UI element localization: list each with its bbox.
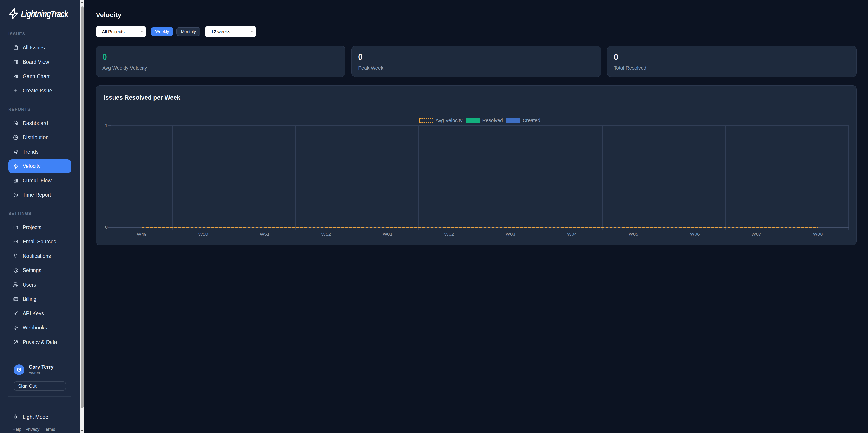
sun-icon [13, 414, 18, 420]
folder-icon [13, 225, 18, 230]
gridline [664, 126, 664, 230]
gridline [234, 126, 234, 230]
legend-item-avg-velocity[interactable]: Avg Velocity [419, 118, 463, 123]
stat-label: Avg Weekly Velocity [102, 65, 339, 71]
credit-card-icon [13, 297, 18, 302]
sidebar-item-label: Settings [23, 267, 41, 274]
sidebar-scrollbar[interactable] [80, 0, 84, 433]
gridline [295, 126, 296, 230]
sidebar-item-label: All Issues [23, 44, 45, 51]
gridline [111, 126, 111, 230]
gridline [725, 126, 726, 230]
stat-card-total-resolved: 0 Total Resolved [607, 46, 857, 77]
scrollbar-thumb[interactable] [81, 6, 84, 408]
sidebar-item-label: Users [23, 282, 36, 288]
sidebar-item-cumul-flow[interactable]: Cumul. Flow [8, 174, 71, 187]
x-tick-label: W08 [787, 231, 848, 237]
project-select[interactable]: All Projects [96, 26, 146, 37]
page-title: Velocity [96, 10, 857, 20]
stat-label: Peak Week [358, 65, 594, 71]
section-label-issues: ISSUES [8, 31, 76, 37]
stat-label: Total Resolved [614, 65, 850, 71]
section-label-reports: REPORTS [8, 107, 76, 112]
filter-controls: All Projects Weekly Monthly 12 weeks [96, 26, 857, 37]
chevron-down-icon [141, 30, 144, 34]
sidebar-item-label: Velocity [23, 163, 40, 169]
clipboard-icon [13, 45, 18, 50]
chart-column-icon [13, 74, 18, 79]
chart-column-icon [13, 178, 18, 183]
clock-icon [13, 192, 18, 197]
sidebar-item-label: Webhooks [23, 324, 47, 331]
shield-check-icon [13, 339, 18, 345]
sidebar-item-label: API Keys [23, 310, 44, 317]
terms-link[interactable]: Terms [43, 427, 55, 432]
sidebar-item-label: Billing [23, 296, 36, 302]
x-tick-label: W01 [357, 231, 418, 237]
project-select-value: All Projects [96, 29, 125, 34]
sidebar-item-email-sources[interactable]: Email Sources [8, 235, 71, 249]
sidebar-item-label: Time Report [23, 192, 51, 198]
sidebar-item-dashboard[interactable]: Dashboard [8, 116, 71, 130]
monthly-button[interactable]: Monthly [176, 27, 200, 36]
sidebar-item-gantt-chart[interactable]: Gantt Chart [8, 69, 71, 83]
legend-item-resolved[interactable]: Resolved [466, 118, 503, 123]
privacy-link[interactable]: Privacy [25, 427, 39, 432]
bell-icon [13, 253, 18, 258]
sidebar-item-label: Email Sources [23, 239, 56, 245]
legend-item-created[interactable]: Created [506, 118, 540, 123]
y-tick [108, 125, 111, 126]
stat-card-avg-weekly-velocity: 0 Avg Weekly Velocity [96, 46, 345, 77]
gridline [418, 126, 418, 230]
x-tick-label: W49 [111, 231, 173, 237]
sidebar-item-projects[interactable]: Projects [8, 220, 71, 234]
sign-out-button[interactable]: Sign Out [13, 381, 66, 391]
gridline [480, 126, 480, 230]
scrollbar-up-arrow[interactable] [81, 1, 83, 3]
range-select[interactable]: 12 weeks [205, 26, 256, 37]
help-link[interactable]: Help [12, 427, 21, 432]
sidebar-item-trends[interactable]: Trends [8, 145, 71, 159]
sidebar-item-billing[interactable]: Billing [8, 292, 71, 306]
gridline [787, 126, 787, 230]
gear-icon [13, 268, 18, 273]
lightning-bolt-icon [6, 6, 21, 22]
legend-swatch [466, 118, 480, 123]
user-name: Gary Terry [29, 364, 54, 370]
zap-icon [13, 325, 18, 331]
x-tick-label: W06 [664, 231, 725, 237]
sidebar-item-label: Create Issue [23, 88, 52, 94]
velocity-chart: Avg VelocityResolvedCreated10W49W50W51W5… [96, 86, 857, 245]
sidebar-item-all-issues[interactable]: All Issues [8, 41, 71, 55]
key-icon [13, 311, 18, 316]
x-tick-label: W04 [541, 231, 602, 237]
sidebar-item-create-issue[interactable]: Create Issue [8, 84, 71, 98]
sidebar-item-users[interactable]: Users [8, 278, 71, 291]
sidebar-item-label: Privacy & Data [23, 339, 57, 345]
sidebar-item-label: Trends [23, 149, 39, 155]
chevron-down-icon [250, 30, 254, 34]
x-tick-label: W03 [480, 231, 541, 237]
scrollbar-down-arrow[interactable] [81, 430, 83, 432]
sidebar-item-settings[interactable]: Settings [8, 264, 71, 277]
stat-value: 0 [102, 53, 339, 62]
sidebar-item-distribution[interactable]: Distribution [8, 131, 71, 145]
stat-value: 0 [358, 53, 594, 62]
sidebar-item-label: Gantt Chart [23, 73, 50, 80]
legend-swatch [506, 118, 520, 123]
sidebar-item-webhooks[interactable]: Webhooks [8, 321, 71, 335]
sidebar-item-velocity[interactable]: Velocity [8, 159, 71, 173]
stat-cards: 0 Avg Weekly Velocity 0 Peak Week 0 Tota… [96, 46, 857, 77]
sidebar-item-api-keys[interactable]: API Keys [8, 306, 71, 320]
theme-toggle[interactable]: Light Mode [8, 414, 76, 420]
user-role: owner [29, 371, 54, 376]
sidebar-item-board-view[interactable]: Board View [8, 55, 71, 69]
sidebar-item-time-report[interactable]: Time Report [8, 188, 71, 202]
stat-card-peak-week: 0 Peak Week [351, 46, 601, 77]
weekly-button[interactable]: Weekly [151, 27, 173, 36]
sidebar-item-privacy-data[interactable]: Privacy & Data [8, 335, 71, 349]
sidebar-item-notifications[interactable]: Notifications [8, 249, 71, 263]
user-block: G Gary Terry owner Sign Out [8, 356, 71, 391]
app-name: LightningTrack [21, 8, 68, 20]
presentation-icon [13, 149, 18, 154]
